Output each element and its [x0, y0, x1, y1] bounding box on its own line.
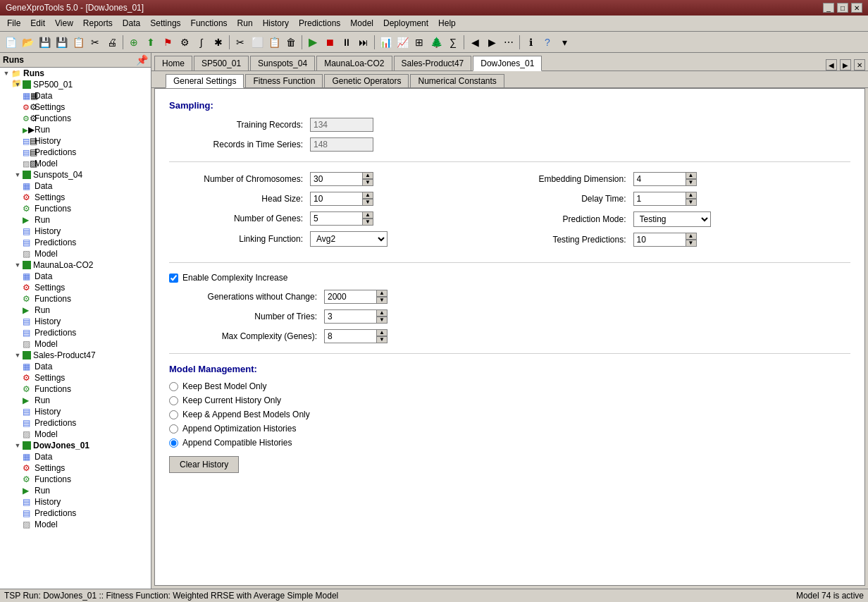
dowjones-data[interactable]: ▦Data: [0, 451, 151, 462]
titlebar-buttons[interactable]: _ □ ✕: [823, 3, 862, 13]
expand-sp500[interactable]: ▼: [13, 81, 23, 88]
num-chromosomes-down[interactable]: ▼: [362, 179, 373, 186]
tree-node-maunaloa[interactable]: ▼ MaunaLoa-CO2: [0, 259, 151, 271]
toolbar-save2[interactable]: 💾: [54, 35, 69, 50]
toolbar-tree[interactable]: 🌲: [428, 35, 444, 50]
tree-node-runs[interactable]: ▼ 📁 Runs: [0, 68, 151, 79]
toolbar-run[interactable]: ▶: [305, 35, 321, 50]
records-time-series-input[interactable]: [310, 137, 373, 152]
num-chromosomes-spinner[interactable]: ▲ ▼: [362, 172, 373, 186]
maunaloa-functions[interactable]: ⚙Functions: [0, 293, 151, 305]
head-size-up[interactable]: ▲: [362, 192, 373, 199]
sp500-run[interactable]: ▶Run: [0, 124, 151, 135]
toolbar-flag[interactable]: ⚑: [160, 35, 175, 50]
sales-settings[interactable]: ⚙Settings: [0, 372, 151, 383]
testing-predictions-spinner[interactable]: ▲ ▼: [686, 233, 697, 247]
tab-dowjones[interactable]: DowJones_01: [473, 56, 542, 71]
expand-maunaloa[interactable]: ▼: [13, 262, 23, 269]
menu-data[interactable]: Data: [118, 17, 144, 30]
head-size-spinner[interactable]: ▲ ▼: [362, 192, 373, 206]
training-records-input[interactable]: [310, 118, 373, 132]
radio-append-optimization-input[interactable]: [169, 424, 178, 434]
sunspots-history[interactable]: ▤History: [0, 226, 151, 237]
toolbar-cut[interactable]: ✂: [87, 35, 103, 50]
inner-tab-general[interactable]: General Settings: [166, 74, 244, 88]
testing-predictions-down[interactable]: ▼: [686, 240, 697, 247]
toolbar-save[interactable]: 💾: [37, 35, 52, 50]
maunaloa-run[interactable]: ▶Run: [0, 305, 151, 316]
tab-close[interactable]: ✕: [854, 59, 865, 70]
sunspots-model[interactable]: ▨Model: [0, 248, 151, 259]
linking-function-select[interactable]: Avg2 Sum Max Min: [310, 231, 388, 247]
tab-home[interactable]: Home: [154, 56, 192, 70]
sunspots-data[interactable]: ▦Data: [0, 180, 151, 192]
expand-sunspots[interactable]: ▼: [13, 171, 23, 178]
menu-history[interactable]: History: [259, 17, 293, 30]
sunspots-predictions[interactable]: ▤Predictions: [0, 237, 151, 248]
sales-run[interactable]: ▶Run: [0, 395, 151, 406]
dowjones-run[interactable]: ▶Run: [0, 485, 151, 496]
tab-nav-next[interactable]: ▶: [840, 59, 851, 70]
sp500-settings[interactable]: ⚙Settings: [0, 102, 151, 113]
radio-keep-best-input[interactable]: [169, 382, 178, 391]
delay-time-input[interactable]: [633, 192, 686, 206]
tab-sunspots[interactable]: Sunspots_04: [250, 56, 315, 70]
num-tries-spinner[interactable]: ▲ ▼: [376, 309, 388, 324]
sp500-history[interactable]: ▤History: [0, 135, 151, 147]
maunaloa-predictions[interactable]: ▤Predictions: [0, 327, 151, 338]
head-size-down[interactable]: ▼: [362, 199, 373, 206]
delay-time-down[interactable]: ▼: [686, 199, 697, 206]
testing-predictions-input[interactable]: [633, 233, 686, 247]
menu-run[interactable]: Run: [233, 17, 257, 30]
expand-dowjones[interactable]: ▼: [13, 442, 23, 449]
menu-edit[interactable]: Edit: [26, 17, 49, 30]
tree-node-dowjones[interactable]: ▼ DowJones_01: [0, 440, 151, 451]
num-chromosomes-input[interactable]: [310, 172, 362, 186]
menu-functions[interactable]: Functions: [187, 17, 232, 30]
dowjones-functions[interactable]: ⚙Functions: [0, 474, 151, 485]
toolbar-del[interactable]: 🗑: [283, 35, 299, 50]
toolbar-chart1[interactable]: 📊: [378, 35, 393, 50]
sp500-predictions[interactable]: ▤Predictions: [0, 147, 151, 158]
num-genes-input[interactable]: [310, 211, 362, 226]
toolbar-hist1[interactable]: ◀: [467, 35, 483, 50]
embedding-dim-spinner[interactable]: ▲ ▼: [686, 172, 697, 186]
head-size-input[interactable]: [310, 192, 362, 206]
num-genes-down[interactable]: ▼: [362, 219, 373, 226]
maunaloa-history[interactable]: ▤History: [0, 316, 151, 327]
menu-help[interactable]: Help: [434, 17, 460, 30]
tab-maunaloa[interactable]: MaunaLoa-CO2: [316, 56, 392, 70]
tab-nav-prev[interactable]: ◀: [826, 59, 837, 70]
toolbar-fn[interactable]: ∫: [194, 35, 209, 50]
num-chromosomes-up[interactable]: ▲: [362, 172, 373, 179]
generations-spinner[interactable]: ▲ ▼: [376, 290, 388, 304]
toolbar-chart2[interactable]: 📈: [395, 35, 410, 50]
maunaloa-model[interactable]: ▨Model: [0, 338, 151, 350]
sales-history[interactable]: ▤History: [0, 406, 151, 417]
menu-model[interactable]: Model: [346, 17, 378, 30]
max-complexity-input[interactable]: [324, 329, 376, 343]
toolbar-dropdown[interactable]: ▾: [557, 35, 572, 50]
toolbar-step[interactable]: ⏭: [356, 35, 371, 50]
toolbar-formula[interactable]: ∑: [445, 35, 461, 50]
toolbar-open[interactable]: 📂: [20, 35, 35, 50]
generations-up[interactable]: ▲: [376, 290, 388, 297]
max-complexity-spinner[interactable]: ▲ ▼: [376, 329, 388, 343]
testing-predictions-up[interactable]: ▲: [686, 233, 697, 240]
toolbar-more[interactable]: ⋯: [501, 35, 516, 50]
tree-node-sp500[interactable]: ▼ SP500_01: [0, 79, 151, 90]
menu-reports[interactable]: Reports: [79, 17, 117, 30]
generations-down[interactable]: ▼: [376, 297, 388, 304]
num-genes-up[interactable]: ▲: [362, 211, 373, 219]
toolbar-stop[interactable]: ⏹: [322, 35, 337, 50]
sales-functions[interactable]: ⚙Functions: [0, 383, 151, 395]
menu-view[interactable]: View: [51, 17, 78, 30]
maunaloa-settings[interactable]: ⚙Settings: [0, 282, 151, 293]
max-complexity-up[interactable]: ▲: [376, 329, 388, 336]
menu-predictions[interactable]: Predictions: [294, 17, 345, 30]
embedding-dim-down[interactable]: ▼: [686, 179, 697, 186]
dowjones-settings[interactable]: ⚙Settings: [0, 462, 151, 474]
clear-history-button[interactable]: Clear History: [169, 456, 239, 473]
menu-deployment[interactable]: Deployment: [379, 17, 433, 30]
toolbar-paste[interactable]: 📋: [266, 35, 282, 50]
